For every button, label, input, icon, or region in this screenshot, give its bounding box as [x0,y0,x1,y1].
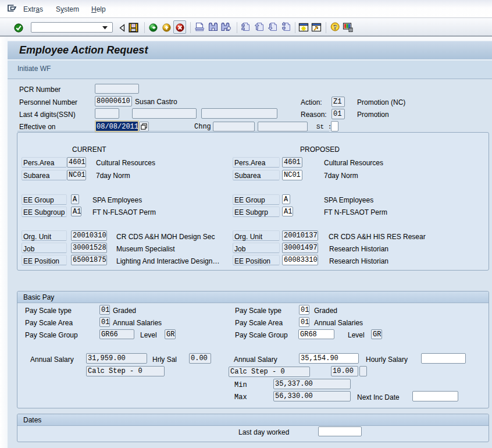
svg-text:?: ? [333,23,337,31]
